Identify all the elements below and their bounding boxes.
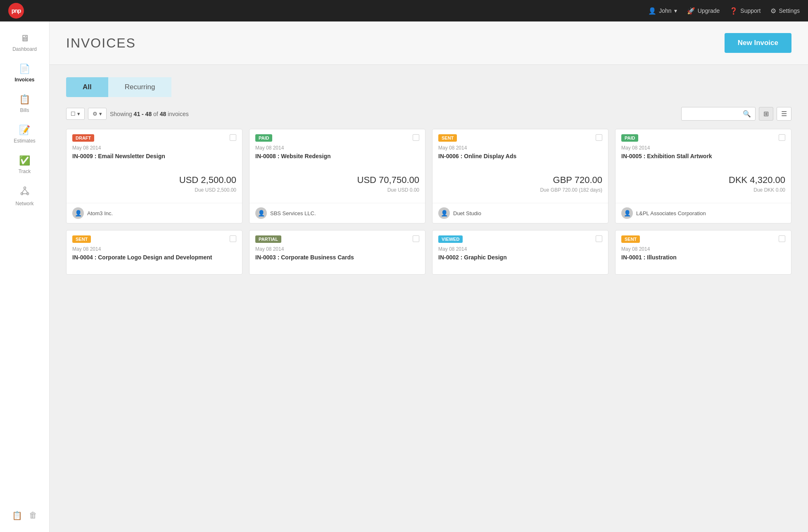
showing-invoices: invoices	[166, 111, 188, 117]
sidebar-label-dashboard: Dashboard	[12, 46, 37, 52]
layout: 🖥 Dashboard 📄 Invoices 📋 Bills 📝 Estimat…	[0, 21, 808, 532]
track-icon: ✅	[19, 155, 30, 166]
card-id-title-4: IN-0004 : Corporate Logo Design and Deve…	[72, 254, 236, 269]
card-checkbox-3[interactable]	[779, 134, 785, 141]
upgrade-label: Upgrade	[698, 7, 720, 14]
copy-icon[interactable]: 📋	[12, 511, 22, 520]
search-input[interactable]	[686, 111, 740, 117]
status-badge-3: PAID	[621, 134, 638, 142]
list-view-btn[interactable]: ☰	[777, 107, 791, 121]
card-date-1: May 08 2014	[255, 145, 419, 151]
card-checkbox-1[interactable]	[413, 134, 419, 141]
card-checkbox-7[interactable]	[779, 235, 785, 242]
tab-all[interactable]: All	[66, 77, 108, 97]
settings-label: Settings	[779, 7, 800, 14]
nav-left: pnp	[8, 3, 24, 19]
showing-text: Showing 41 - 48 of 48 invoices	[110, 111, 189, 117]
toolbar-right: 🔍 ⊞ ☰	[681, 107, 791, 121]
gear-icon: ⚙	[770, 7, 776, 15]
card-id-title-0: IN-0009 : Email Newsletter Design	[72, 152, 236, 168]
new-invoice-button[interactable]: New Invoice	[725, 33, 791, 53]
card-header-5: PARTIAL	[250, 230, 425, 246]
card-body-5: May 08 2014 IN-0003 : Corporate Business…	[250, 246, 425, 274]
card-body-1: May 08 2014 IN-0008 : Website Redesign U…	[250, 145, 425, 203]
status-badge-2: SENT	[438, 134, 457, 142]
showing-range: 41 - 48	[134, 111, 152, 117]
user-menu[interactable]: 👤 John ▾	[648, 7, 677, 15]
invoice-card-6: VIEWED May 08 2014 IN-0002 : Graphic Des…	[432, 230, 608, 275]
card-body-6: May 08 2014 IN-0002 : Graphic Design	[433, 246, 608, 274]
card-id-title-5: IN-0003 : Corporate Business Cards	[255, 254, 419, 269]
card-id-title-3: IN-0005 : Exhibition Stall Artwork	[621, 152, 785, 168]
card-due-2: Due GBP 720.00 (182 days)	[438, 187, 602, 193]
card-checkbox-0[interactable]	[230, 134, 236, 141]
chevron-small-icon: ▾	[99, 111, 102, 117]
card-body-7: May 08 2014 IN-0001 : Illustration	[616, 246, 791, 274]
status-badge-5: PARTIAL	[255, 235, 281, 243]
card-body-4: May 08 2014 IN-0004 : Corporate Logo Des…	[67, 246, 242, 274]
card-date-6: May 08 2014	[438, 246, 602, 252]
invoice-card-3: PAID May 08 2014 IN-0005 : Exhibition St…	[615, 129, 791, 223]
sidebar-label-bills: Bills	[20, 107, 29, 113]
card-footer-3: 👤 L&PL Associates Corporation	[616, 203, 791, 223]
sidebar-item-invoices[interactable]: 📄 Invoices	[0, 59, 49, 88]
support-btn[interactable]: ❓ Support	[730, 7, 760, 15]
card-checkbox-5[interactable]	[413, 235, 419, 242]
card-header-6: VIEWED	[433, 230, 608, 246]
grid-view-btn[interactable]: ⊞	[759, 107, 773, 121]
card-amount-3: DKK 4,320.00	[621, 175, 785, 185]
status-badge-0: DRAFT	[72, 134, 94, 142]
client-name-3: L&PL Associates Corporation	[636, 210, 706, 216]
invoice-card-1: PAID May 08 2014 IN-0008 : Website Redes…	[249, 129, 425, 223]
card-date-0: May 08 2014	[72, 145, 236, 151]
settings-btn[interactable]: ⚙ Settings	[770, 7, 800, 15]
card-date-2: May 08 2014	[438, 145, 602, 151]
user-name: John	[659, 7, 671, 14]
settings-small-icon: ⚙	[93, 111, 97, 117]
page-header: INVOICES New Invoice	[50, 21, 808, 65]
trash-icon[interactable]: 🗑	[29, 511, 37, 520]
card-date-3: May 08 2014	[621, 145, 785, 151]
chevron-down-icon: ▾	[674, 7, 677, 14]
card-footer-0: 👤 Atom3 Inc.	[67, 203, 242, 223]
estimates-icon: 📝	[19, 125, 30, 135]
card-checkbox-4[interactable]	[230, 235, 236, 242]
select-dropdown[interactable]: ☐ ▾	[66, 108, 85, 120]
card-date-4: May 08 2014	[72, 246, 236, 252]
card-header-3: PAID	[616, 129, 791, 145]
card-body-2: May 08 2014 IN-0006 : Online Display Ads…	[433, 145, 608, 203]
sidebar-item-network[interactable]: Network	[0, 181, 49, 211]
invoice-card-7: SENT May 08 2014 IN-0001 : Illustration	[615, 230, 791, 275]
invoice-icon: 📄	[19, 64, 30, 74]
checkbox-icon: ☐	[71, 111, 76, 117]
nav-right: 👤 John ▾ 🚀 Upgrade ❓ Support ⚙ Settings	[648, 7, 800, 15]
card-amount-0: USD 2,500.00	[72, 175, 236, 185]
upgrade-btn[interactable]: 🚀 Upgrade	[687, 7, 720, 15]
status-badge-4: SENT	[72, 235, 91, 243]
sidebar-item-estimates[interactable]: 📝 Estimates	[0, 120, 49, 149]
status-badge-7: SENT	[621, 235, 640, 243]
status-badge-6: VIEWED	[438, 235, 463, 243]
client-avatar-2: 👤	[438, 207, 450, 219]
card-due-1: Due USD 0.00	[255, 187, 419, 193]
sidebar-item-track[interactable]: ✅ Track	[0, 150, 49, 179]
card-amount-1: USD 70,750.00	[255, 175, 419, 185]
content-area: All Recurring ☐ ▾ ⚙ ▾ Showing 41 - 48 of…	[50, 65, 808, 287]
invoice-card-4: SENT May 08 2014 IN-0004 : Corporate Log…	[66, 230, 242, 275]
invoice-card-2: SENT May 08 2014 IN-0006 : Online Displa…	[432, 129, 608, 223]
svg-line-3	[22, 189, 25, 193]
sidebar-bottom-row: 📋 🗑	[12, 511, 37, 520]
showing-of: of	[152, 111, 159, 117]
sidebar-label-track: Track	[19, 169, 31, 174]
card-header-2: SENT	[433, 129, 608, 145]
gear-dropdown[interactable]: ⚙ ▾	[88, 108, 107, 120]
card-checkbox-2[interactable]	[596, 134, 602, 141]
sidebar-label-network: Network	[15, 201, 33, 207]
sidebar-item-bills[interactable]: 📋 Bills	[0, 89, 49, 118]
support-label: Support	[740, 7, 760, 14]
sidebar-item-dashboard[interactable]: 🖥 Dashboard	[0, 28, 49, 57]
card-id-title-7: IN-0001 : Illustration	[621, 254, 785, 269]
tab-recurring[interactable]: Recurring	[108, 77, 172, 97]
client-name-2: Duet Studio	[453, 210, 481, 216]
card-checkbox-6[interactable]	[596, 235, 602, 242]
